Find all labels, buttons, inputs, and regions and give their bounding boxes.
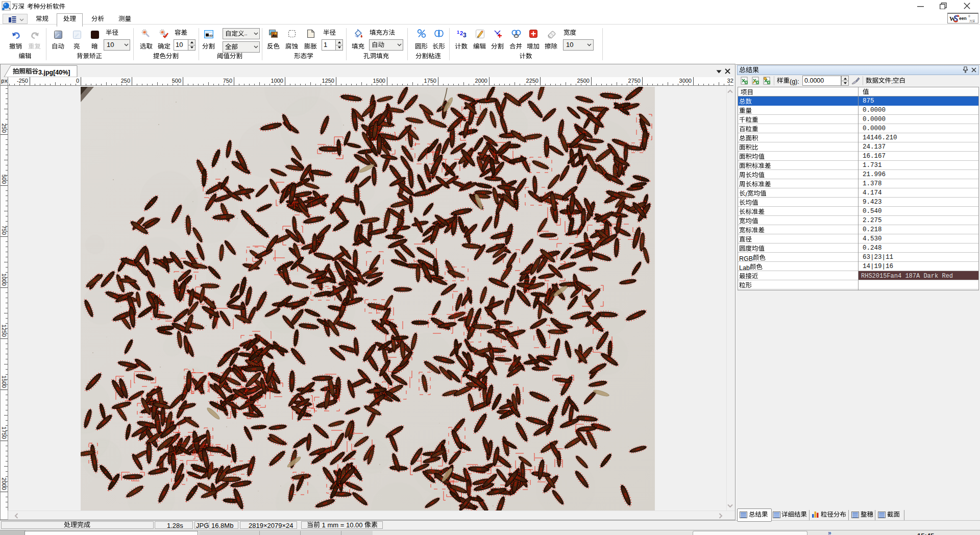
svg-text:3250: 3250 [727, 78, 733, 84]
svg-text:3000: 3000 [679, 78, 692, 84]
svg-text:万深: 万深 [969, 19, 975, 23]
svg-text:750: 750 [1, 226, 7, 235]
svg-text:1750: 1750 [1, 427, 7, 439]
svg-text:2000: 2000 [1, 478, 7, 490]
svg-text:een: een [959, 16, 967, 21]
svg-text:1250: 1250 [322, 78, 334, 84]
svg-text:1500: 1500 [373, 78, 385, 84]
svg-text:0: 0 [76, 78, 79, 84]
svg-text:2250: 2250 [526, 78, 538, 84]
svg-text:1750: 1750 [424, 78, 436, 84]
svg-text:750: 750 [223, 78, 232, 84]
svg-text:1250: 1250 [1, 325, 7, 337]
svg-text:1000: 1000 [1, 274, 7, 286]
svg-text:250: 250 [1, 124, 7, 133]
svg-text:2000: 2000 [475, 78, 487, 84]
svg-text:500: 500 [172, 78, 181, 84]
svg-text:250: 250 [121, 78, 130, 84]
svg-text:1500: 1500 [1, 376, 7, 388]
svg-text:3: 3 [463, 32, 467, 38]
svg-text:1: 1 [457, 30, 459, 35]
svg-text:-250: -250 [17, 78, 28, 84]
svg-text:2750: 2750 [628, 78, 641, 84]
svg-text:®: ® [968, 15, 970, 18]
svg-text:500: 500 [1, 175, 7, 184]
svg-text:1000: 1000 [271, 78, 283, 84]
svg-text:2500: 2500 [577, 78, 590, 84]
